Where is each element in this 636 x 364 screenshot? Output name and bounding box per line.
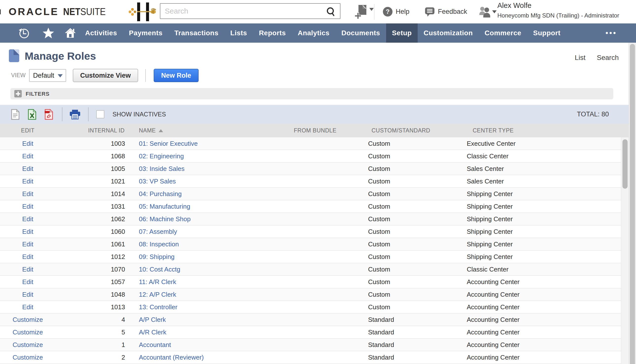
edit-link[interactable]: Edit [22,228,33,235]
from-bundle-cell [291,213,368,225]
role-name-link[interactable]: A/R Clerk [139,328,166,336]
role-name-link-cell: 05: Manufacturing [128,200,291,212]
column-header-name[interactable]: NAME [128,127,291,134]
search-icon[interactable] [326,6,336,17]
table-row: Edit102103: VP SalesCustomSales Center [0,175,621,188]
nav-item-lists[interactable]: Lists [225,24,253,43]
role-name-link[interactable]: 09: Shipping [139,253,175,260]
internal-id-cell: 1003 [56,137,128,150]
nav-item-documents[interactable]: Documents [336,24,386,43]
view-select[interactable]: Default [29,69,66,82]
column-header-from-bundle[interactable]: FROM BUNDLE [291,127,368,134]
edit-link[interactable]: Edit [22,165,33,172]
role-name-link-cell: 12: A/P Clerk [128,288,291,300]
customize-link[interactable]: Customize [13,354,43,361]
nav-overflow-menu[interactable]: ••• [605,24,617,43]
edit-link[interactable]: Edit [22,240,33,248]
export-pdf-icon[interactable] [45,109,53,120]
expand-filters-icon[interactable] [14,90,22,98]
role-name-link[interactable]: Accountant (Reviewer) [139,354,204,361]
nav-item-transactions[interactable]: Transactions [169,24,225,43]
edit-link[interactable]: Edit [22,253,33,260]
list-link[interactable]: List [575,54,586,62]
netsuite-manage-roles-page: ORACLE NETSUITE [0,0,636,364]
customize-link[interactable]: Customize [13,316,43,323]
column-header-internal-id[interactable]: INTERNAL ID [56,127,128,134]
edit-link[interactable]: Edit [22,178,33,185]
edit-link[interactable]: Edit [22,291,33,298]
internal-id-cell: 1070 [56,263,128,276]
help-button[interactable]: ? Help [383,0,409,24]
list-scrollbar[interactable] [621,137,628,364]
search-link[interactable]: Search [597,54,619,62]
filters-bar[interactable]: FILTERS [10,88,613,100]
chevron-down-icon [369,8,374,11]
role-name-link[interactable]: 06: Machine Shop [139,215,191,223]
role-name-link[interactable]: 10: Cost Acctg [139,266,180,273]
edit-link[interactable]: Edit [22,203,33,210]
nav-item-commerce[interactable]: Commerce [479,24,527,43]
user-name[interactable]: Alex Wolfe [497,2,531,10]
nav-item-activities[interactable]: Activities [79,24,123,43]
customize-view-button[interactable]: Customize View [73,69,138,82]
nav-item-analytics[interactable]: Analytics [292,24,336,43]
from-bundle-cell [291,250,368,263]
edit-link[interactable]: Edit [22,190,33,198]
from-bundle-cell [291,137,368,150]
role-name-link[interactable]: 13: Controller [139,303,177,311]
user-menu-caret[interactable] [492,10,497,14]
user-role-subtitle[interactable]: Honeycomb Mfg SDN (Trailing) - Administr… [497,12,619,19]
print-icon[interactable] [70,110,81,120]
role-name-link[interactable]: 02: Engineering [139,152,184,160]
internal-id-cell: 1013 [56,301,128,313]
list-scrollbar-thumb[interactable] [622,139,627,189]
internal-id-cell: 5 [56,326,128,338]
create-new-menu[interactable] [354,5,370,20]
export-excel-icon[interactable] [28,109,36,120]
role-name-link[interactable]: Accountant [139,341,171,348]
edit-link[interactable]: Edit [22,303,33,311]
home-icon[interactable] [64,27,77,39]
role-name-link[interactable]: 01: Senior Executive [139,140,198,147]
export-csv-icon[interactable] [11,109,20,120]
feedback-button[interactable]: Feedback [425,0,467,24]
nav-item-reports[interactable]: Reports [253,24,292,43]
role-name-link[interactable]: 12: A/P Clerk [139,291,176,298]
nav-item-payments[interactable]: Payments [123,24,169,43]
new-role-button[interactable]: New Role [154,69,199,82]
internal-id-cell: 1062 [56,213,128,225]
search-input[interactable] [160,4,340,18]
edit-link[interactable]: Edit [22,140,33,147]
page-scrollbar[interactable] [628,43,636,364]
role-name-link[interactable]: 03: VP Sales [139,178,176,185]
nav-item-customization[interactable]: Customization [418,24,479,43]
shortcuts-star-icon[interactable] [43,27,54,39]
column-header-edit[interactable]: EDIT [0,127,56,134]
role-name-link-cell: 10: Cost Acctg [128,263,291,276]
recent-records-icon[interactable] [18,27,30,39]
role-name-link[interactable]: 04: Purchasing [139,190,182,198]
edit-link[interactable]: Edit [22,152,33,160]
customize-link[interactable]: Customize [13,328,43,336]
column-header-custom-standard[interactable]: CUSTOM/STANDARD [368,127,466,134]
role-name-link[interactable]: 07: Assembly [139,228,177,235]
center-type-cell: Shipping Center [466,238,621,250]
show-inactives-checkbox[interactable] [96,110,104,118]
role-name-link[interactable]: 08: Inspection [139,240,179,248]
column-header-center-type[interactable]: CENTER TYPE [466,127,628,134]
role-name-link[interactable]: 03: Inside Sales [139,165,185,172]
nav-item-support[interactable]: Support [527,24,566,43]
edit-link[interactable]: Edit [22,278,33,286]
feedback-label: Feedback [438,8,467,16]
role-name-link[interactable]: 05: Manufacturing [139,203,190,210]
roles-menu[interactable] [479,6,492,19]
page-scrollbar-thumb[interactable] [630,44,635,364]
edit-link[interactable]: Edit [22,215,33,223]
customize-link[interactable]: Customize [13,341,43,348]
role-name-link[interactable]: 11: A/R Clerk [139,278,176,286]
role-name-link[interactable]: A/P Clerk [139,316,166,323]
edit-link[interactable]: Edit [22,266,33,273]
internal-id-cell: 1 [56,338,128,351]
table-row: Edit101313: ControllerCustomAccounting C… [0,301,621,314]
nav-item-setup[interactable]: Setup [386,24,418,43]
